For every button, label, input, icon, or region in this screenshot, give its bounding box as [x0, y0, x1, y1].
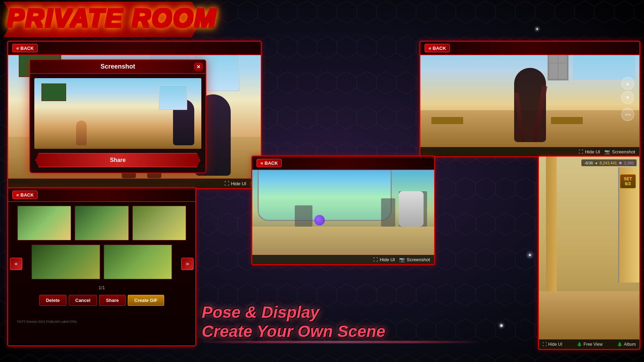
set-badge: SET 6/3 [620, 174, 636, 188]
top-right-panel: « BACK ▲ ▼ ⟳⟲ ⛶ Hide UI 📷 Screenshot [419, 41, 640, 157]
gym-hide-ui-label: Hide UI [380, 257, 395, 262]
gym-back-button[interactable]: « BACK [257, 159, 282, 167]
thumb-img-4 [32, 245, 100, 279]
gym-big-screen [258, 162, 392, 221]
gallery-header: « BACK [8, 188, 195, 202]
room-hide-ui-label: Hide UI [548, 342, 562, 347]
gallery-back-button[interactable]: « BACK [12, 191, 38, 199]
gym-equipment-3 [295, 205, 312, 227]
tr-header: « BACK [420, 42, 639, 55]
hide-ui-label: Hide UI [231, 181, 246, 186]
gym-back-label: BACK [265, 160, 278, 166]
share-label: Share [110, 157, 126, 163]
gallery-back-label: BACK [21, 192, 34, 198]
gallery-thumb-1[interactable] [17, 205, 71, 241]
stamina-display: -8/36 [584, 161, 593, 165]
locker-4 [558, 63, 567, 79]
main-panel-header: « BACK [8, 42, 261, 55]
gym-header: « BACK [252, 157, 434, 170]
dpad-down[interactable]: ▼ [621, 91, 634, 104]
room-expand-icon: ⛶ [542, 342, 547, 347]
tr-hide-ui-button[interactable]: ⛶ Hide UI [579, 149, 600, 154]
set-label: SET [624, 176, 632, 181]
album-icon: 🌲 [617, 342, 622, 347]
back-chevrons-icon: « [16, 45, 19, 51]
gym-equipment-2 [381, 198, 395, 227]
album-button[interactable]: 🌲 Album [617, 342, 636, 347]
far-right-bottom-bar: ⛶ Hide UI 🌲 Free View 🌲 Album [539, 339, 639, 349]
gallery-thumb-2[interactable] [74, 205, 129, 241]
thumb-img-3 [133, 206, 186, 240]
gallery-thumb-4[interactable] [31, 244, 100, 280]
dialog-preview-image [34, 78, 201, 149]
prev-icon: « [15, 261, 18, 267]
hide-ui-button[interactable]: ⛶ Hide UI [224, 181, 246, 186]
gold-display: 8,243,441 [600, 161, 617, 165]
gallery-panel: « BACK « [7, 187, 196, 346]
sparkle-4 [500, 325, 502, 327]
dialog-board [41, 83, 66, 101]
screenshot-dialog: Screenshot ✕ Share [29, 59, 206, 173]
gallery-nav-row: « » [8, 244, 195, 283]
tr-hide-ui-label: Hide UI [585, 149, 600, 154]
main-bottom-bar: ⛶ Hide UI 📷 [8, 179, 261, 188]
thumb-img-2 [75, 206, 128, 240]
tr-back-button[interactable]: « BACK [425, 44, 450, 52]
tr-expand-icon: ⛶ [579, 149, 583, 154]
tr-desk-2 [551, 117, 583, 124]
tr-back-label: BACK [433, 46, 446, 51]
gallery-prev-button[interactable]: « [10, 258, 22, 270]
top-right-scene [420, 42, 639, 156]
expand-icon: ⛶ [224, 181, 229, 186]
gym-expand-icon: ⛶ [373, 257, 378, 262]
top-right-dpad: ▲ ▼ ⟳⟲ [621, 77, 634, 121]
tr-screenshot-label: Screenshot [612, 149, 635, 154]
gallery-share-button[interactable]: Share [99, 295, 125, 306]
main-back-button[interactable]: « BACK [12, 44, 38, 52]
create-gif-button[interactable]: Create GIF [128, 295, 165, 306]
gym-camera-icon: 📷 [399, 257, 405, 262]
delete-button[interactable]: Delete [39, 295, 67, 306]
gallery-next-button[interactable]: » [181, 258, 194, 270]
gym-screenshot-label: Screenshot [407, 257, 430, 262]
gallery-thumb-3[interactable] [132, 205, 186, 241]
mid-right-panel: « BACK ⛶ Hide UI 📷 Screenshot [251, 156, 435, 265]
close-icon: ✕ [196, 64, 201, 70]
dialog-share-button[interactable]: Share [35, 153, 200, 167]
gym-character [399, 191, 424, 227]
set-value: 6/3 [624, 181, 632, 186]
dialog-close-button[interactable]: ✕ [194, 63, 203, 71]
gym-screenshot-button[interactable]: 📷 Screenshot [399, 257, 430, 262]
gallery-thumb-5[interactable] [103, 244, 173, 280]
cancel-button[interactable]: Cancel [69, 295, 97, 306]
gold-icon: ● [595, 161, 598, 165]
sparkle-6 [529, 254, 531, 256]
page-title: PRIVATE ROOM [7, 4, 217, 33]
dpad-up[interactable]: ▲ [621, 77, 634, 90]
dialog-titlebar: Screenshot ✕ [30, 60, 206, 74]
back-label: BACK [21, 46, 34, 51]
room-hide-ui-button[interactable]: ⛶ Hide UI [542, 342, 562, 347]
dialog-window [159, 85, 187, 110]
gym-bottom-bar: ⛶ Hide UI 📷 Screenshot [252, 255, 434, 264]
gem-display: 2,390 [624, 161, 634, 165]
main-panel: « BACK ⛶ Hide UI 📷 Screenshot ✕ [7, 41, 262, 189]
tr-camera-icon: 📷 [604, 149, 610, 154]
gallery-bg: « BACK « [8, 188, 195, 345]
gym-back-chevrons: « [260, 160, 263, 166]
gym-hide-ui-button[interactable]: ⛶ Hide UI [373, 257, 395, 262]
hud-bar: -8/36 ● 8,243,441 ◆ 2,390 [581, 159, 637, 166]
far-right-panel: -8/36 ● 8,243,441 ◆ 2,390 SET 6/3 ⛶ Hide… [538, 156, 640, 350]
album-label: Album [624, 342, 636, 347]
dpad-extra[interactable]: ⟳⟲ [621, 108, 634, 121]
free-view-button[interactable]: 🌲 Free View [577, 342, 603, 347]
gallery-grid [8, 202, 195, 244]
gallery-actions: Delete Cancel Share Create GIF [8, 292, 195, 309]
tr-bottom-bar: ⛶ Hide UI 📷 Screenshot [420, 147, 639, 156]
gym-scene [252, 157, 434, 264]
sparkle-1 [536, 28, 538, 30]
gem-icon: ◆ [619, 160, 622, 165]
tr-screenshot-button[interactable]: 📷 Screenshot [604, 149, 635, 154]
next-icon: » [186, 261, 189, 267]
locker-3 [549, 63, 558, 79]
